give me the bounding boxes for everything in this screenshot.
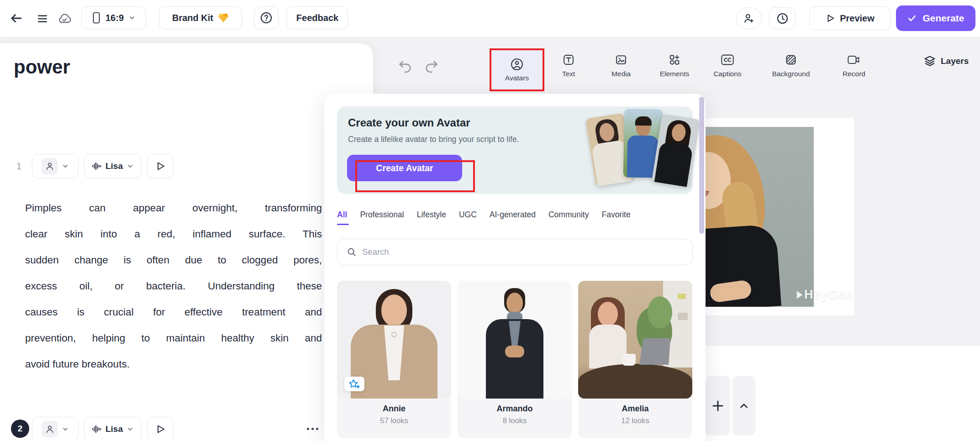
layers-label: Layers	[941, 56, 969, 66]
heygen-editor: 16:9 Brand Kit Feedback Preview Generate	[0, 0, 980, 441]
play-icon	[825, 13, 835, 23]
avatar-name: Annie	[337, 404, 451, 414]
create-avatar-card: Create your own Avatar Create a lifelike…	[337, 106, 693, 194]
tab-favorite[interactable]: Favorite	[601, 210, 630, 225]
plus-icon	[711, 399, 725, 413]
favorite-star-badge[interactable]	[344, 377, 364, 391]
add-scene-canvas-button[interactable]	[706, 376, 730, 436]
scene-1-avatar-selector[interactable]	[32, 154, 79, 178]
tab-ai-generated[interactable]: AI-generated	[490, 210, 536, 225]
star-plus-icon	[348, 379, 360, 389]
search-input[interactable]	[362, 247, 673, 257]
avatar-preview-image[interactable]	[706, 127, 814, 307]
tab-all[interactable]: All	[337, 210, 347, 225]
heygen-watermark: HeyGen	[796, 288, 854, 302]
aspect-ratio-selector[interactable]: 16:9	[81, 6, 146, 29]
scene-1-play-button[interactable]	[147, 154, 174, 178]
chevron-down-icon	[128, 14, 136, 21]
script-line: clear skin into a red, inflamed surface.…	[25, 221, 322, 247]
layers-button[interactable]: Layers	[923, 55, 969, 68]
avatar-card-amelia[interactable]: Amelia 12 looks	[578, 281, 692, 438]
elements-icon	[668, 53, 681, 67]
brand-kit-button[interactable]: Brand Kit	[159, 6, 242, 29]
tab-elements[interactable]: Elements	[649, 53, 700, 78]
tab-avatars-label: Avatars	[505, 74, 529, 82]
top-bar: 16:9 Brand Kit Feedback Preview Generate	[0, 0, 980, 37]
tab-professional[interactable]: Professional	[360, 210, 404, 225]
back-arrow-icon[interactable]	[7, 9, 26, 27]
avatar-looks-count: 57 looks	[337, 416, 451, 425]
play-icon	[155, 161, 166, 172]
collapse-panel-button[interactable]	[732, 376, 755, 436]
text-icon	[562, 53, 575, 67]
avatar-grid: Annie 57 looks Armando 8 looks	[337, 281, 692, 438]
scene-1-voice-selector[interactable]: Lisa	[84, 154, 142, 178]
preview-button[interactable]: Preview	[809, 6, 890, 30]
script-panel: power 1 Lisa Pimples can appear overnigh…	[0, 43, 373, 441]
generate-button[interactable]: Generate	[896, 5, 975, 31]
tab-captions[interactable]: Captions	[702, 53, 753, 78]
media-icon	[615, 53, 627, 67]
menu-icon[interactable]	[35, 11, 50, 26]
cloud-sync-icon	[56, 10, 73, 27]
feedback-button[interactable]: Feedback	[287, 6, 348, 29]
create-avatar-subtitle: Create a lifelike avatar to bring your s…	[348, 135, 519, 144]
scene-2-number-badge[interactable]: 2	[11, 420, 29, 438]
script-line: sudden change is often due to clogged po…	[25, 247, 322, 273]
tab-avatars[interactable]: Avatars	[490, 48, 544, 91]
script-line: prevention, helping to maintain healthy …	[25, 325, 322, 351]
scene-2-more-options-icon[interactable]	[307, 428, 318, 430]
video-title[interactable]: power	[14, 56, 70, 78]
avatars-panel: Create your own Avatar Create a lifelike…	[324, 94, 706, 441]
avatar-name: Armando	[458, 404, 572, 414]
avatar-looks-count: 12 looks	[578, 416, 692, 425]
feedback-label: Feedback	[296, 13, 338, 23]
redo-icon	[424, 58, 439, 74]
check-icon	[907, 13, 917, 23]
play-icon	[155, 424, 166, 435]
tab-background[interactable]: Background	[766, 53, 816, 78]
undo-icon	[397, 58, 413, 74]
aspect-ratio-value: 16:9	[105, 13, 124, 23]
preview-label: Preview	[840, 13, 875, 24]
clock-icon	[776, 12, 789, 25]
avatar-card-armando[interactable]: Armando 8 looks	[458, 281, 572, 438]
script-line: causes is crucial for effective treatmen…	[25, 299, 322, 325]
avatar-card-annie[interactable]: Annie 57 looks	[337, 281, 451, 438]
chevron-down-icon	[126, 163, 134, 170]
waveform-icon	[92, 425, 102, 434]
history-button[interactable]	[769, 7, 796, 29]
scene-2-voice-selector[interactable]: Lisa	[84, 417, 142, 441]
person-icon	[42, 158, 58, 174]
scene-2-avatar-selector[interactable]	[32, 417, 79, 441]
watermark-play-icon	[796, 290, 803, 299]
video-canvas[interactable]: HeyGen	[706, 118, 854, 315]
gem-icon	[218, 13, 229, 23]
scene-1-voice-name: Lisa	[105, 161, 123, 171]
script-line: Pimples can appear overnight, transformi…	[25, 195, 322, 221]
tab-community[interactable]: Community	[548, 210, 589, 225]
undo-button[interactable]	[397, 58, 413, 74]
chevron-down-icon	[126, 425, 134, 433]
create-avatar-button[interactable]: Create Avatar	[347, 155, 462, 181]
scene-2-voice-name: Lisa	[105, 424, 123, 434]
create-avatar-title: Create your own Avatar	[348, 116, 470, 129]
redo-button[interactable]	[424, 58, 439, 74]
person-plus-icon	[743, 12, 755, 24]
tab-record[interactable]: Record	[829, 53, 879, 78]
search-icon	[347, 247, 357, 257]
tab-media[interactable]: Media	[596, 53, 646, 78]
tab-text[interactable]: Text	[543, 53, 594, 78]
avatar-category-tabs: All Professional Lifestyle UGC AI-genera…	[337, 210, 631, 225]
phone-icon	[92, 12, 101, 24]
tab-ugc[interactable]: UGC	[459, 210, 477, 225]
help-button[interactable]	[254, 6, 279, 29]
scene-2-play-button[interactable]	[147, 417, 174, 441]
background-icon	[785, 53, 797, 67]
avatar-image-amelia	[578, 281, 692, 399]
invite-member-button[interactable]	[736, 7, 762, 29]
scene-1-script[interactable]: Pimples can appear overnight, transformi…	[25, 195, 322, 377]
record-icon	[847, 53, 861, 67]
tab-lifestyle[interactable]: Lifestyle	[417, 210, 446, 225]
panel-scrollbar[interactable]	[699, 97, 704, 234]
